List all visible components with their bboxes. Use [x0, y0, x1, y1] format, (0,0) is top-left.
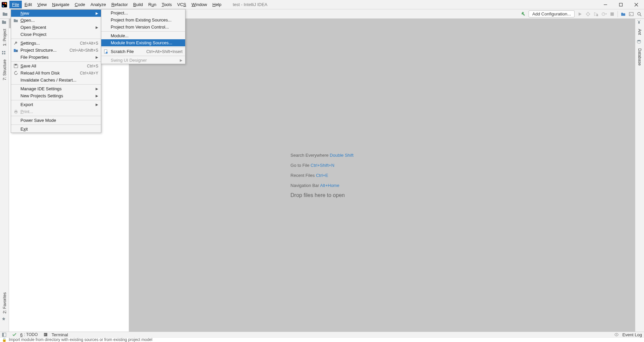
database-tab[interactable]: Database [637, 46, 642, 67]
svg-rect-34 [2, 333, 4, 337]
svg-rect-30 [15, 112, 17, 113]
menu-navigate[interactable]: Navigate [49, 1, 72, 8]
wrench-icon [13, 41, 18, 46]
hint-search-everywhere: Search Everywhere Double Shift [290, 152, 354, 158]
menu-help[interactable]: Help [210, 1, 224, 8]
debug-icon[interactable] [585, 11, 591, 17]
menu-tools[interactable]: Tools [159, 1, 174, 8]
file-menu-print[interactable]: Print... [11, 108, 101, 115]
profile-icon[interactable]: ▾ [601, 11, 607, 17]
window-controls [598, 0, 644, 9]
run-anything-icon[interactable] [629, 11, 634, 17]
status-text: Import module from directory with existi… [9, 337, 152, 342]
close-button[interactable] [629, 0, 644, 9]
file-menu-new-projects-settings[interactable]: New Projects Settings▶ [11, 92, 101, 99]
file-menu-export[interactable]: Export▶ [11, 101, 101, 108]
run-icon[interactable] [577, 11, 583, 17]
favorites-tab-icon[interactable] [2, 317, 7, 322]
svg-rect-27 [15, 64, 17, 65]
new-project-vcs[interactable]: Project from Version Control... [101, 23, 185, 31]
search-everywhere-icon[interactable] [637, 11, 642, 17]
hint-nav-bar: Navigation Bar Alt+Home [290, 182, 354, 188]
svg-line-16 [640, 15, 641, 16]
status-bar: 🔒 Import module from directory with exis… [0, 337, 644, 342]
update-project-icon[interactable] [621, 11, 626, 17]
menu-edit[interactable]: Edit [22, 1, 35, 8]
maximize-button[interactable] [613, 0, 629, 9]
project-folder-icon[interactable] [2, 11, 8, 17]
favorites-tab[interactable]: 2: Favorites [2, 290, 7, 315]
file-menu-settings[interactable]: Settings...Ctrl+Alt+S [11, 40, 101, 47]
add-configuration-button[interactable]: Add Configuration... [529, 10, 575, 17]
database-tab-icon[interactable] [637, 40, 642, 45]
file-menu-dropdown: New▶ Open... Open Recent▶ Close Project … [11, 9, 101, 133]
file-menu-project-structure[interactable]: Project Structure...Ctrl+Alt+Shift+S [11, 47, 101, 54]
svg-point-15 [638, 12, 640, 15]
new-project-existing[interactable]: Project from Existing Sources... [101, 16, 185, 23]
right-tool-strip: Ant Database [635, 19, 644, 332]
ant-tab[interactable]: Ant [637, 27, 642, 37]
folder-open-icon [13, 18, 18, 23]
svg-rect-18 [4, 51, 5, 52]
file-menu-open-recent[interactable]: Open Recent▶ [11, 24, 101, 31]
svg-rect-26 [16, 50, 17, 52]
tool-windows-icon[interactable] [2, 333, 6, 337]
file-menu-invalidate[interactable]: Invalidate Caches / Restart... [11, 77, 101, 84]
scratch-file-icon [103, 49, 109, 54]
menu-file[interactable]: File [9, 1, 22, 8]
new-scratch-file[interactable]: Scratch FileCtrl+Alt+Shift+Insert [101, 48, 185, 55]
svg-rect-29 [15, 110, 17, 111]
todo-tab[interactable]: 6: TODO [12, 332, 38, 337]
new-submenu: Project... Project from Existing Sources… [101, 9, 185, 64]
intellij-logo-icon [1, 2, 7, 8]
svg-rect-17 [2, 51, 3, 52]
left-tool-strip: 1: Project 7: Structure 2: Favorites [0, 19, 9, 332]
hint-drop-files: Drop files here to open [290, 192, 354, 198]
menu-window[interactable]: Window [189, 1, 210, 8]
svg-rect-11 [596, 14, 598, 16]
project-tab[interactable]: 1: Project [2, 27, 7, 48]
minimize-button[interactable] [598, 0, 613, 9]
file-menu-open[interactable]: Open... [11, 17, 101, 24]
editor-area[interactable]: Search Everywhere Double Shift Go to Fil… [9, 19, 635, 332]
lock-icon[interactable]: 🔒 [2, 338, 7, 342]
stop-icon[interactable] [609, 11, 615, 17]
new-swing-ui[interactable]: Swing UI Designer▶ [101, 57, 185, 64]
menu-bar: File Edit View Navigate Code Analyze Ref… [0, 0, 644, 9]
menu-refactor[interactable]: Refactor [109, 1, 130, 8]
project-structure-icon [13, 48, 18, 53]
menu-code[interactable]: Code [72, 1, 88, 8]
run-coverage-icon[interactable] [593, 11, 599, 17]
menu-vcs[interactable]: VCS [174, 1, 189, 8]
event-log-tab[interactable]: Event Log [614, 332, 642, 337]
terminal-tab[interactable]: Terminal [44, 332, 68, 337]
file-menu-new[interactable]: New▶ [11, 10, 101, 17]
hint-goto-file: Go to File Ctrl+Shift+N [290, 162, 354, 168]
menu-analyze[interactable]: Analyze [88, 1, 109, 8]
file-menu-file-properties[interactable]: File Properties▶ [11, 54, 101, 61]
svg-point-21 [638, 21, 640, 22]
build-icon[interactable] [521, 11, 526, 17]
menu-view[interactable]: View [35, 1, 49, 8]
menu-build[interactable]: Build [130, 1, 146, 8]
project-tab-icon[interactable] [2, 20, 7, 26]
file-menu-save-all[interactable]: Save AllCtrl+S [11, 62, 101, 69]
svg-rect-35 [44, 333, 47, 336]
file-menu-manage-ide[interactable]: Manage IDE Settings▶ [11, 85, 101, 92]
new-module-existing[interactable]: Module from Existing Sources... [101, 39, 185, 46]
file-menu-exit[interactable]: Exit [11, 126, 101, 133]
save-icon [13, 63, 18, 69]
new-module[interactable]: Module... [101, 32, 185, 39]
print-icon [13, 109, 18, 114]
file-menu-reload[interactable]: Reload All from DiskCtrl+Alt+Y [11, 69, 101, 77]
structure-tab[interactable]: 7: Structure [2, 57, 7, 83]
file-menu-power-save[interactable]: Power Save Mode [11, 117, 101, 124]
file-menu-close-project[interactable]: Close Project [11, 31, 101, 38]
ant-tab-icon[interactable] [637, 20, 642, 26]
svg-rect-13 [610, 12, 614, 16]
svg-rect-14 [629, 12, 633, 16]
new-project[interactable]: Project... [101, 9, 185, 16]
menu-run[interactable]: Run [146, 1, 159, 8]
svg-rect-3 [620, 3, 623, 6]
structure-tab-icon[interactable] [2, 51, 7, 56]
